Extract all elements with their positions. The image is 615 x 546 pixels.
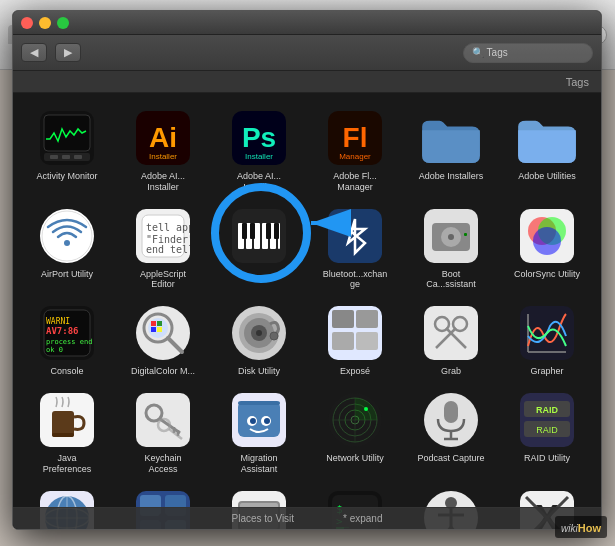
colorsync-icon: [518, 207, 576, 265]
app-activity-monitor[interactable]: Activity Monitor: [19, 101, 115, 199]
svg-text:Fl: Fl: [343, 122, 368, 153]
adobe-ai1-label: Adobe AI... Installer: [129, 171, 197, 193]
podcast-capture-icon: [422, 391, 480, 449]
app-adobe-ai2[interactable]: Ps Installer Adobe AI... Installer: [211, 101, 307, 199]
adobe-fl-icon: Fl Manager: [326, 109, 384, 167]
svg-rect-89: [238, 401, 280, 405]
grapher-icon: [518, 304, 576, 362]
finder-body: ◀ ▶ 🔍 Tags Tags: [13, 35, 601, 529]
svg-rect-3: [50, 155, 58, 159]
app-adobe-installers[interactable]: Adobe Installers: [403, 101, 499, 199]
expose-label: Exposé: [340, 366, 370, 377]
network-utility-icon: [326, 391, 384, 449]
svg-rect-79: [52, 433, 74, 437]
app-java-prefs[interactable]: Java Preferences: [19, 383, 115, 481]
svg-rect-56: [157, 327, 162, 332]
svg-rect-65: [332, 310, 354, 328]
app-grab[interactable]: Grab: [403, 296, 499, 383]
app-audio-midi[interactable]: [211, 199, 307, 297]
adobe-ai2-icon: Ps Installer: [230, 109, 288, 167]
raid-utility-icon: RAID RAID: [518, 391, 576, 449]
svg-point-38: [448, 234, 454, 240]
console-icon: WARNI AV7:86 process end ok 0: [38, 304, 96, 362]
svg-rect-30: [242, 223, 247, 239]
maximize-button[interactable]: [57, 17, 69, 29]
adobe-installers-label: Adobe Installers: [419, 171, 484, 182]
svg-rect-5: [74, 155, 82, 159]
grab-icon: [422, 304, 480, 362]
adobe-utilities-label: Adobe Utilities: [518, 171, 576, 182]
disk-utility-label: Disk Utility: [238, 366, 280, 377]
app-podcast-capture[interactable]: Podcast Capture: [403, 383, 499, 481]
app-adobe-utilities[interactable]: Adobe Utilities: [499, 101, 595, 199]
adobe-ai1-icon: Ai Installer: [134, 109, 192, 167]
app-disk-utility[interactable]: Disk Utility: [211, 296, 307, 383]
app-colorsync[interactable]: ColorSync Utility: [499, 199, 595, 297]
app-adobe-ai1[interactable]: Ai Installer Adobe AI... Installer: [115, 101, 211, 199]
svg-rect-31: [250, 223, 255, 239]
svg-text:end tell: end tell: [146, 244, 190, 255]
grab-label: Grab: [441, 366, 461, 377]
svg-point-92: [250, 418, 256, 424]
app-keychain-access[interactable]: Keychain Access: [115, 383, 211, 481]
expose-icon: [326, 304, 384, 362]
app-boot-camp[interactable]: Boot Ca...ssistant: [403, 199, 499, 297]
minimize-button[interactable]: [39, 17, 51, 29]
java-prefs-icon: [38, 391, 96, 449]
network-utility-label: Network Utility: [326, 453, 384, 464]
audio-midi-icon: [230, 207, 288, 265]
applescript-editor-label: AppleScript Editor: [129, 269, 197, 291]
airport-utility-icon: [38, 207, 96, 265]
migration-assistant-icon: [230, 391, 288, 449]
svg-point-101: [364, 407, 368, 411]
app-adobe-fl[interactable]: Fl Manager Adobe Fl... Manager: [307, 101, 403, 199]
svg-rect-4: [62, 155, 70, 159]
grapher-label: Grapher: [530, 366, 563, 377]
svg-text:tell app: tell app: [146, 222, 190, 233]
app-digitalcolor-meter[interactable]: DigitalColor M...: [115, 296, 211, 383]
svg-rect-67: [332, 332, 354, 350]
close-button[interactable]: [21, 17, 33, 29]
app-applescript-editor[interactable]: tell app "Finder" end tell AppleScript E…: [115, 199, 211, 297]
finder-titlebar: [13, 11, 601, 35]
svg-rect-103: [444, 401, 458, 423]
apps-grid: Activity Monitor Ai Installer Adobe AI..…: [13, 93, 601, 529]
activity-monitor-label: Activity Monitor: [36, 171, 97, 182]
boot-camp-icon: [422, 207, 480, 265]
finder-main: ◀ ▶ 🔍 Tags Tags: [13, 35, 601, 529]
app-network-utility[interactable]: Network Utility: [307, 383, 403, 481]
keychain-access-label: Keychain Access: [129, 453, 197, 475]
boot-camp-label: Boot Ca...ssistant: [417, 269, 485, 291]
migration-assistant-label: Migration Assistant: [225, 453, 293, 475]
java-prefs-label: Java Preferences: [33, 453, 101, 475]
app-console[interactable]: WARNI AV7:86 process end ok 0 Console: [19, 296, 115, 383]
svg-rect-39: [464, 233, 467, 236]
raid-utility-label: RAID Utility: [524, 453, 570, 464]
svg-text:Installer: Installer: [149, 152, 177, 161]
app-raid-utility[interactable]: RAID RAID RAID Utility: [499, 383, 595, 481]
applescript-editor-icon: tell app "Finder" end tell: [134, 207, 192, 265]
tags-label: Tags: [566, 76, 589, 88]
forward-button[interactable]: ▶: [55, 43, 81, 62]
app-grapher[interactable]: Grapher: [499, 296, 595, 383]
svg-rect-68: [356, 332, 378, 350]
watermark-brand: How: [578, 522, 601, 534]
app-migration-assistant[interactable]: Migration Assistant: [211, 383, 307, 481]
column-header: Tags: [13, 71, 601, 93]
svg-point-16: [42, 211, 92, 261]
digitalcolor-meter-label: DigitalColor M...: [131, 366, 195, 377]
podcast-capture-label: Podcast Capture: [417, 453, 484, 464]
search-placeholder: 🔍 Tags: [472, 47, 508, 58]
finder-window: ◀ ▶ 🔍 Tags Tags: [12, 10, 602, 530]
svg-rect-33: [274, 223, 279, 239]
adobe-ai2-label: Adobe AI... Installer: [225, 171, 293, 193]
search-bar[interactable]: 🔍 Tags: [463, 43, 593, 63]
app-airport-utility[interactable]: AirPort Utility: [19, 199, 115, 297]
bluetooth-exchange-icon: [326, 207, 384, 265]
svg-text:RAID: RAID: [536, 425, 558, 435]
app-expose[interactable]: Exposé: [307, 296, 403, 383]
back-button[interactable]: ◀: [21, 43, 47, 62]
svg-text:Ai: Ai: [149, 122, 177, 153]
svg-point-63: [270, 332, 278, 340]
app-bluetooth-exchange[interactable]: Bluetoot...xchange: [307, 199, 403, 297]
